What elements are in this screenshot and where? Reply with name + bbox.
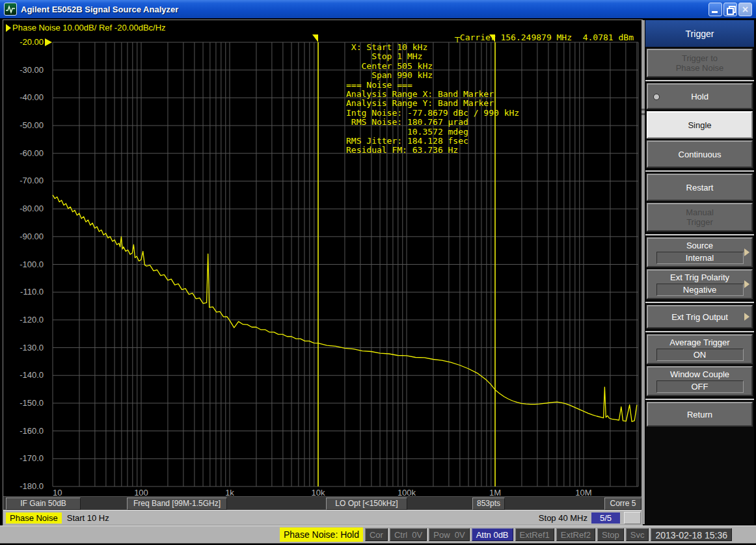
submenu-arrow-icon [744,313,749,321]
softkey-single[interactable]: Single [647,111,753,139]
bottombar-chip-svc: Svc [626,528,649,541]
y-axis-tick-label: -20.00 [20,37,44,47]
softkey-hold[interactable]: Hold [647,83,753,109]
window-title: Agilent E5052B Signal Source Analyzer [21,5,709,14]
softkey-average-trigger[interactable]: Average TriggerON [647,334,753,364]
annotation-line: RMS Noise: 180.767 μrad [346,118,519,127]
restore-button[interactable] [723,3,737,16]
softkey-label: Ext Trig Polarity [670,272,729,282]
app-window: Agilent E5052B Signal Source Analyzer Ph… [0,0,756,545]
status-chip-corre-5: Corre 5 [604,498,641,510]
status-chip-freq-band-99m-1-5ghz: Freq Band [99M-1.5GHz] [127,498,227,510]
submenu-arrow-icon [744,280,749,288]
softkey-label: Continuous [679,150,722,159]
softkey-label: Hold [691,92,709,101]
softkey-label: Ext Trig Output [671,312,728,322]
annotation-line: X: Start 10 kHz [346,43,519,52]
submenu-arrow-icon [744,248,749,256]
softkey-label: Source [686,241,713,250]
y-axis-tick-label: -150.0 [20,398,44,408]
annotation-line: Residual FM: 63.736 Hz [346,146,519,155]
softkey-window-couple[interactable]: Window CoupleOFF [647,366,753,396]
softkey-source[interactable]: SourceInternal [647,237,753,267]
softkey-value: Negative [656,284,744,296]
softkey-value: Internal [656,252,744,264]
bottom-status-bar: Phase Noise: HoldCorCtrl 0VPow 0VAttn 0d… [0,525,756,544]
softkey-value: OFF [656,380,744,393]
softkey-value: ON [656,349,744,361]
start-frequency-label: Start 10 Hz [67,513,109,523]
annotation-line: Center 505 kHz [346,62,519,71]
status-chip-if-gain-50db: IF Gain 50dB [6,498,81,510]
menu-separator [645,170,754,172]
status-chip-853pts: 853pts [472,498,505,510]
status-chip-lo-opt-150khz: LO Opt [<150kHz] [326,498,407,510]
y-axis-tick-label: -110.0 [20,287,44,297]
menu-separator [645,302,754,303]
softkey-menu: Trigger Trigger to Phase NoiseHoldSingle… [645,20,754,524]
close-button[interactable] [738,3,752,16]
carrier-power-readout: 4.0781 dBm [583,33,634,42]
mode-chip: Phase Noise [6,512,62,524]
bottombar-chip-phase-noise-hold: Phase Noise: Hold [280,527,363,542]
title-bar: Agilent E5052B Signal Source Analyzer [0,0,756,18]
softkey-label: Single [688,120,711,130]
annotation-line: 10.3572 mdeg [346,127,519,137]
bottombar-chip-ctrl-0v: Ctrl 0V [390,528,427,541]
softkey-label: Window Couple [670,369,729,379]
bottombar-chip-pow-0v: Pow 0V [429,528,469,541]
phase-noise-plot[interactable]: -20.00-30.00-40.00-50.00-60.00-70.00-80.… [3,20,642,525]
bottombar-chip-extref2: ExtRef2 [556,528,595,541]
y-axis-tick-label: -50.00 [20,120,44,130]
menu-separator [645,399,754,400]
y-axis-tick-label: -90.00 [20,232,44,241]
selected-dot-icon [653,94,660,100]
annotation-line: Intg Noise: -77.8679 dBc / 990 kHz [346,109,519,118]
stop-frequency-label: Stop 40 MHz [539,513,587,523]
status-row2: Phase Noise Start 10 Hz Stop 40 MHz 5/5 [3,510,642,525]
y-axis-tick-label: -180.0 [20,481,44,491]
bottombar-chip-cor: Cor [365,528,388,541]
y-axis-tick-label: -60.00 [20,148,44,158]
softkey-restart[interactable]: Restart [647,174,753,201]
annotation-line: Analysis Range X: Band Marker [346,90,519,99]
softkey-continuous[interactable]: Continuous [647,140,753,168]
ref-level-marker-icon [45,38,52,46]
y-axis-tick-label: -100.0 [20,259,44,269]
softkey-scrollbar[interactable] [641,20,645,524]
y-axis-tick-label: -30.00 [20,65,44,75]
bottombar-chip-attn-0db: Attn 0dB [472,528,513,541]
carrier-frequency-readout: ┬Carrier 156.249879 MHz [455,33,572,42]
annotation-line: RMS Jitter: 184.128 fsec [346,137,519,146]
softkey-trigger-to-phase-noise: Trigger to Phase Noise [647,49,753,77]
spare-chip [624,512,641,524]
bottombar-chip-extref1: ExtRef1 [515,528,554,541]
noise-analysis-annotation: X: Start 10 kHz Stop 1 MHz Center 505 kH… [346,43,519,155]
y-axis-tick-label: -70.00 [20,176,44,185]
status-row1: IF Gain 50dBFreq Band [99M-1.5GHz]LO Opt… [3,496,642,510]
softkey-return[interactable]: Return [647,402,753,427]
softkey-label: Restart [686,183,714,193]
y-axis-tick-label: -120.0 [20,315,44,325]
softkey-label: Trigger to Phase Noise [676,53,724,73]
softkey-ext-trig-polarity[interactable]: Ext Trig PolarityNegative [647,269,753,299]
annotation-line: Analysis Range Y: Band Marker [346,99,519,108]
menu-separator [645,80,754,81]
softkey-label: Return [687,410,712,419]
app-icon [4,3,17,16]
minimize-button[interactable] [709,3,722,16]
page-indicator[interactable]: 5/5 [591,512,620,524]
band-marker-flag-icon[interactable] [312,34,318,42]
annotation-line: Stop 1 MHz [346,52,519,61]
softkey-ext-trig-output[interactable]: Ext Trig Output [647,305,753,328]
menu-separator [645,234,754,235]
softkey-manual-trigger: Manual Trigger [647,203,753,232]
softkey-label: Manual Trigger [686,207,714,227]
y-axis-tick-label: -40.00 [20,92,44,102]
menu-title: Trigger [645,20,754,47]
y-axis-tick-label: -80.00 [20,204,44,213]
y-axis-tick-label: -160.0 [20,426,44,436]
bottombar-chip-stop: Stop [597,528,624,541]
instrument-screen: Phase Noise 10.00dB/ Ref -20.00dBc/Hz -2… [3,20,643,525]
menu-separator [645,331,754,332]
